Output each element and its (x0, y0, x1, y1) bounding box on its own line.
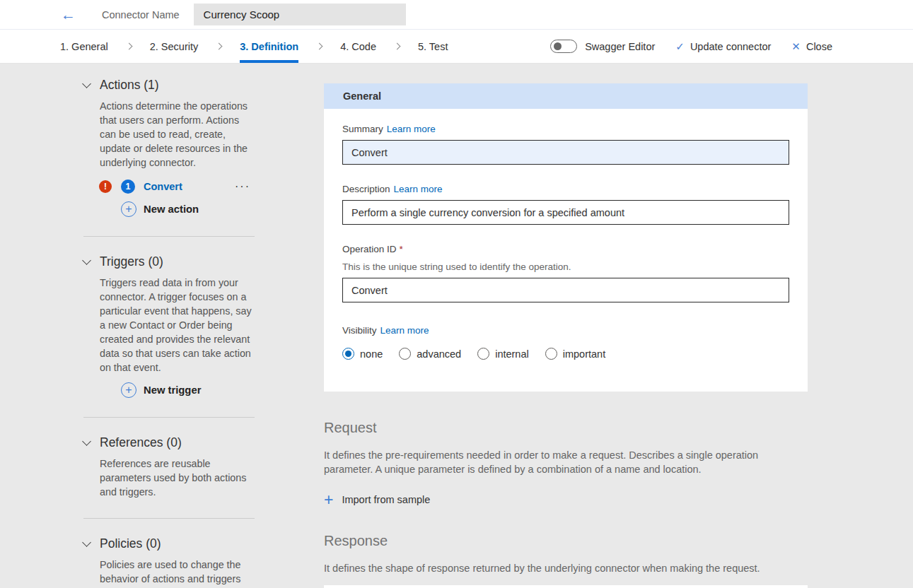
references-description: References are reusable parameters used … (100, 457, 258, 499)
plus-circle-icon: + (121, 382, 136, 398)
response-description: It defines the shape of response returne… (324, 561, 808, 575)
chevron-down-icon (82, 79, 91, 88)
visibility-option-important[interactable]: important (545, 348, 605, 360)
toggle-knob-icon (554, 42, 562, 50)
radio-label: important (563, 348, 605, 360)
content-area: Actions (1) Actions determine the operat… (0, 64, 913, 588)
check-icon: ✓ (675, 40, 685, 53)
triggers-section-title: Triggers (0) (100, 254, 163, 269)
sidebar: Actions (1) Actions determine the operat… (83, 78, 255, 588)
references-section-title: References (0) (100, 435, 182, 450)
response-title: Response (324, 533, 808, 549)
operation-id-field: Operation ID* This is the unique string … (342, 244, 789, 302)
summary-input[interactable] (342, 140, 789, 165)
error-icon: ! (99, 180, 112, 193)
update-connector-button[interactable]: ✓ Update connector (675, 40, 771, 53)
radio-label: internal (495, 348, 529, 360)
policies-description: Policies are used to change the behavior… (100, 558, 258, 588)
tab-test[interactable]: 5. Test (418, 30, 448, 63)
request-title: Request (324, 420, 808, 436)
visibility-field: VisibilityLearn more none advanced (342, 325, 789, 360)
response-section: Response It defines the shape of respons… (324, 533, 808, 588)
visibility-learn-more-link[interactable]: Learn more (380, 325, 429, 336)
summary-label: Summary (342, 124, 383, 134)
new-action-button[interactable]: + New action (121, 201, 255, 217)
connector-name-label: Connector Name (102, 9, 180, 20)
policies-section-header[interactable]: Policies (0) (83, 536, 255, 551)
new-trigger-label: New trigger (144, 384, 201, 396)
wizard-tabs: 1. General 2. Security 3. Definition 4. … (60, 30, 448, 63)
summary-learn-more-link[interactable]: Learn more (387, 124, 436, 134)
swagger-editor-toggle[interactable] (550, 40, 577, 53)
update-connector-label: Update connector (690, 41, 771, 52)
tabbar-actions: Swagger Editor ✓ Update connector ✕ Clos… (550, 30, 913, 63)
chevron-down-icon (82, 256, 91, 265)
tab-definition[interactable]: 3. Definition (240, 30, 298, 63)
tab-security[interactable]: 2. Security (150, 30, 199, 63)
sidebar-section-triggers: Triggers (0) Triggers read data in from … (83, 254, 255, 398)
general-card-header: General (324, 83, 808, 109)
plus-icon: + (324, 493, 333, 507)
radio-selected-icon (342, 348, 354, 360)
response-panel: default default (324, 585, 808, 588)
sidebar-section-policies: Policies (0) Policies are used to change… (83, 536, 255, 588)
action-count-badge: 1 (121, 180, 135, 194)
radio-icon (399, 348, 411, 360)
operation-id-input[interactable] (342, 278, 789, 302)
tab-general[interactable]: 1. General (60, 30, 108, 63)
plus-circle-icon: + (121, 201, 136, 217)
triggers-section-header[interactable]: Triggers (0) (83, 254, 255, 269)
general-card: General SummaryLearn more DescriptionLea… (324, 83, 808, 392)
actions-description: Actions determine the operations that us… (100, 99, 258, 170)
request-section: Request It defines the pre-requirements … (324, 420, 808, 507)
import-from-sample-button[interactable]: + Import from sample (324, 493, 808, 507)
description-learn-more-link[interactable]: Learn more (394, 184, 443, 194)
new-action-label: New action (144, 204, 199, 215)
chevron-down-icon (82, 437, 91, 446)
summary-field: SummaryLearn more (342, 124, 789, 165)
triggers-description: Triggers read data in from your connecto… (100, 276, 258, 375)
visibility-option-internal[interactable]: internal (477, 348, 529, 360)
chevron-down-icon (82, 538, 91, 547)
description-label-row: DescriptionLearn more (342, 184, 789, 194)
chevron-right-icon (316, 43, 323, 50)
sidebar-section-references: References (0) References are reusable p… (83, 435, 255, 499)
divider (83, 417, 255, 418)
required-asterisk: * (400, 244, 403, 254)
sidebar-section-actions: Actions (1) Actions determine the operat… (83, 78, 255, 217)
visibility-radio-group: none advanced internal important (342, 348, 789, 360)
actions-section-header[interactable]: Actions (1) (83, 78, 255, 93)
radio-label: advanced (417, 348, 461, 360)
definition-main: General SummaryLearn more DescriptionLea… (324, 83, 808, 588)
references-section-header[interactable]: References (0) (83, 435, 255, 450)
visibility-label-row: VisibilityLearn more (342, 325, 789, 336)
import-from-sample-label: Import from sample (342, 494, 430, 505)
general-card-body: SummaryLearn more DescriptionLearn more … (324, 109, 808, 392)
radio-label: none (360, 348, 383, 360)
close-label: Close (806, 41, 832, 52)
description-label: Description (342, 184, 390, 194)
swagger-editor-label: Swagger Editor (585, 41, 655, 52)
radio-icon (545, 348, 557, 360)
connector-name-input[interactable] (194, 4, 406, 25)
more-menu-icon[interactable]: ··· (235, 180, 250, 193)
divider (83, 236, 255, 237)
description-input[interactable] (342, 200, 789, 225)
close-button[interactable]: ✕ Close (791, 40, 832, 53)
operation-id-hint: This is the unique string used to identi… (342, 261, 789, 272)
summary-label-row: SummaryLearn more (342, 124, 789, 134)
chevron-right-icon (216, 43, 223, 50)
visibility-option-advanced[interactable]: advanced (399, 348, 461, 360)
visibility-option-none[interactable]: none (342, 348, 383, 360)
tab-code[interactable]: 4. Code (340, 30, 376, 63)
back-arrow-icon[interactable]: ← (61, 7, 76, 22)
action-convert-label[interactable]: Convert (144, 181, 182, 192)
new-trigger-button[interactable]: + New trigger (121, 382, 255, 398)
wizard-tabbar: 1. General 2. Security 3. Definition 4. … (0, 30, 913, 64)
action-item-convert[interactable]: ! 1 Convert ··· (99, 180, 255, 194)
operation-id-label: Operation ID (342, 244, 397, 254)
divider (83, 518, 255, 519)
actions-section-title: Actions (1) (100, 78, 159, 93)
topbar: ← Connector Name (0, 0, 913, 30)
chevron-right-icon (125, 43, 132, 50)
